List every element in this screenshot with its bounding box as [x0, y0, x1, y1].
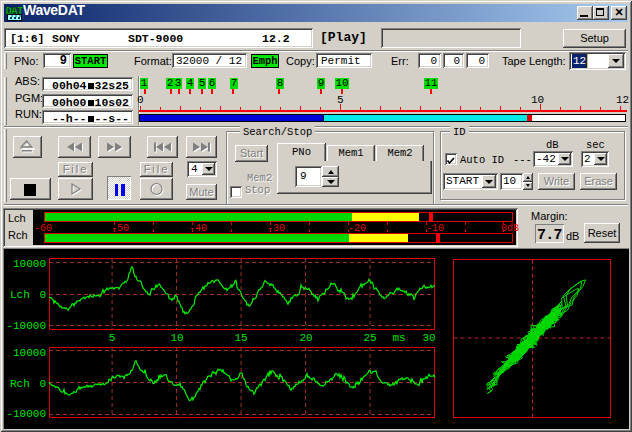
svg-text:DAT: DAT — [6, 5, 23, 17]
svg-text:25: 25 — [363, 332, 376, 344]
svg-text:5: 5 — [109, 332, 116, 344]
svg-text:0: 0 — [39, 289, 46, 301]
svg-text:ms: ms — [392, 332, 405, 344]
svg-text:Rch: Rch — [10, 378, 30, 390]
svg-text:Lch: Lch — [10, 289, 30, 301]
svg-text:15: 15 — [234, 332, 247, 344]
svg-text:20: 20 — [299, 332, 312, 344]
svg-text:-10000: -10000 — [6, 320, 46, 332]
svg-text:10000: 10000 — [13, 347, 46, 359]
svg-text:30: 30 — [422, 332, 435, 344]
svg-text:0: 0 — [39, 378, 46, 390]
svg-text:10: 10 — [170, 332, 183, 344]
svg-text:10000: 10000 — [13, 258, 46, 270]
svg-text:-10000: -10000 — [6, 408, 46, 420]
